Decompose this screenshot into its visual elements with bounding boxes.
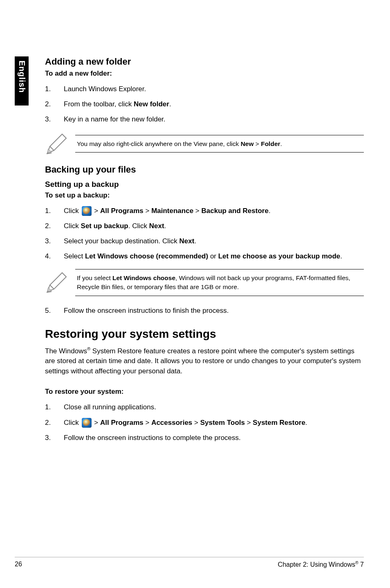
divider (75, 152, 364, 153)
list-item: Select your backup destination. Click Ne… (45, 236, 364, 247)
step-text: > (92, 419, 100, 426)
note-part: . (280, 140, 282, 147)
step-text: > (143, 207, 151, 215)
step-bold: Maintenance (151, 207, 193, 215)
pencil-icon (45, 271, 68, 294)
step-bold: System Tools (200, 419, 245, 426)
step-bold: Let Windows choose (recommended) (85, 252, 208, 260)
list-item: Key in a name for the new folder. (45, 114, 364, 125)
note-bold: New (241, 140, 254, 147)
chapter-title: Chapter 2: Using Windows® 7 (278, 561, 364, 568)
step-text: Key in a name for the new folder. (64, 115, 166, 123)
step-text: > (193, 207, 201, 215)
list-item: Launch Windows Explorer. (45, 83, 364, 94)
step-bold: Backup and Restore (201, 207, 268, 215)
page-content: Adding a new folder To add a new folder:… (45, 56, 364, 451)
lead-restore-system: To restore your system: (45, 388, 364, 396)
windows-start-icon (82, 206, 92, 216)
page-number: 26 (15, 561, 22, 568)
note-block: You may also right-click anywhere on the… (45, 132, 364, 155)
subheading-setting-up-backup: Setting up a backup (45, 180, 364, 189)
heading-backing-up: Backing up your files (45, 164, 364, 175)
list-item: Follow the onscreen instructions to fini… (45, 305, 364, 316)
page-footer: 26 Chapter 2: Using Windows® 7 (15, 557, 364, 568)
step-bold: All Programs (100, 207, 143, 215)
step-bold: New folder (134, 100, 169, 108)
note-bold: Let Windows choose (112, 274, 175, 281)
step-text: Click (64, 222, 81, 230)
footer-part: 7 (359, 561, 364, 568)
lead-add-folder: To add a new folder: (45, 70, 364, 78)
registered-mark: ® (87, 346, 90, 351)
steps-backup-cont: Follow the onscreen instructions to fini… (45, 305, 364, 316)
step-text: Follow the onscreen instructions to comp… (64, 434, 241, 442)
step-bold: All Programs (100, 419, 143, 426)
step-text: From the toolbar, click (64, 100, 134, 108)
step-bold: Accessories (151, 419, 192, 426)
step-bold: Set up backup (81, 222, 128, 230)
note-text-wrap: If you select Let Windows choose, Window… (75, 269, 364, 296)
language-label: English (17, 61, 27, 93)
list-item: Click > All Programs > Maintenance > Bac… (45, 205, 364, 216)
footer-part: Chapter 2: Using Windows (278, 561, 355, 568)
list-item: From the toolbar, click New folder. (45, 99, 364, 110)
registered-mark: ® (355, 561, 359, 565)
restoring-body: The Windows® System Restore feature crea… (45, 346, 364, 377)
note-part: You may also right-click anywhere on the… (77, 140, 241, 147)
list-item: Follow the onscreen instructions to comp… (45, 432, 364, 443)
note-text: If you select Let Windows choose, Window… (75, 269, 364, 295)
step-bold: Next (179, 237, 195, 245)
divider (75, 296, 364, 296)
step-text: . (340, 252, 342, 260)
step-text: > (92, 207, 100, 215)
list-item: Close all running applications. (45, 402, 364, 413)
steps-add-folder: Launch Windows Explorer. From the toolba… (45, 83, 364, 125)
step-text: . (194, 237, 196, 245)
step-text: Select your backup destination. Click (64, 237, 179, 245)
step-text: > (143, 419, 151, 426)
note-bold: Folder (261, 140, 280, 147)
list-item: Click Set up backup. Click Next. (45, 220, 364, 231)
step-text: . (269, 207, 271, 215)
step-text: . Click (128, 222, 149, 230)
heading-adding-folder: Adding a new folder (45, 56, 364, 67)
step-bold: Next (149, 222, 164, 230)
step-text: > (192, 419, 200, 426)
steps-backup: Click > All Programs > Maintenance > Bac… (45, 205, 364, 262)
step-text: > (245, 419, 253, 426)
step-text: . (164, 222, 166, 230)
step-text: . (169, 100, 171, 108)
step-text: Follow the onscreen instructions to fini… (64, 307, 229, 314)
body-part: System Restore feature creates a restore… (45, 347, 361, 375)
note-text-wrap: You may also right-click anywhere on the… (75, 135, 364, 153)
list-item: Click > All Programs > Accessories > Sys… (45, 417, 364, 428)
step-text: . (305, 419, 307, 426)
pencil-icon (45, 132, 68, 155)
note-text: You may also right-click anywhere on the… (75, 135, 364, 153)
note-part: If you select (77, 274, 112, 281)
step-text: Launch Windows Explorer. (64, 85, 146, 93)
note-block: If you select Let Windows choose, Window… (45, 269, 364, 296)
windows-start-icon (82, 418, 92, 428)
step-text: Click (64, 419, 81, 426)
step-text: Select (64, 252, 85, 260)
step-text: Close all running applications. (64, 403, 156, 411)
steps-restore: Close all running applications. Click > … (45, 402, 364, 443)
list-item: Select Let Windows choose (recommended) … (45, 251, 364, 262)
step-bold: System Restore (253, 419, 305, 426)
note-part: > (254, 140, 261, 147)
lead-set-up-backup: To set up a backup: (45, 191, 364, 200)
language-tab: English (15, 56, 29, 105)
heading-restoring: Restoring your system settings (45, 328, 364, 341)
step-bold: Let me choose as your backup mode (218, 252, 341, 260)
step-text: or (208, 252, 218, 260)
body-part: The Windows (45, 347, 87, 355)
step-text: Click (64, 207, 81, 215)
